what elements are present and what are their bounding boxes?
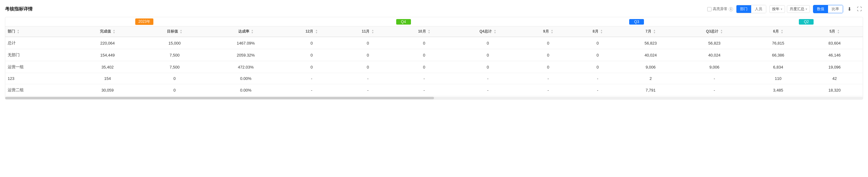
cell-m8-2: 0 <box>573 61 622 73</box>
col-m8[interactable]: 8月 ▲▼ <box>573 26 622 37</box>
cell-m10-0: 0 <box>396 37 452 49</box>
cell-complete-3: 154 <box>74 73 141 84</box>
cell-m10-3: - <box>396 73 452 84</box>
cell-target-1: 7,500 <box>141 49 208 61</box>
cell-m5-3: 42 <box>806 73 863 84</box>
cell-m9-1: 0 <box>523 49 573 61</box>
cell-rate-2: 472.03% <box>208 61 283 73</box>
cell-q4total-4: - <box>453 84 523 96</box>
sort-dept-icon: ▲▼ <box>17 29 19 34</box>
cell-dept-4: 运营二组 <box>5 84 74 96</box>
cell-m9-3: - <box>523 73 573 84</box>
highlight-checkbox-box[interactable] <box>707 7 712 11</box>
cell-dept-1: 无部门 <box>5 49 74 61</box>
cell-m5-2: 19,096 <box>806 61 863 73</box>
summary-select-label: 月度汇总 <box>789 6 804 12</box>
main-container: 考核指标详情 高亮异常 ℹ 部门 人员 按年 ▾ 月度汇总 ▾ <box>0 0 868 105</box>
col-m12[interactable]: 12月 ▲▼ <box>283 26 340 37</box>
header: 考核指标详情 高亮异常 ℹ 部门 人员 按年 ▾ 月度汇总 ▾ <box>5 5 863 13</box>
q2-header: Q2 <box>750 17 863 26</box>
cell-m8-4: - <box>573 84 622 96</box>
scrollbar-thumb[interactable] <box>5 97 434 99</box>
year-select[interactable]: 按年 ▾ <box>769 5 785 13</box>
col-m6[interactable]: 6月 ▲▼ <box>750 26 807 37</box>
highlight-label: 高亮异常 <box>713 6 727 12</box>
cell-m9-2: 0 <box>523 61 573 73</box>
dept-person-toggle: 部门 人员 <box>736 5 766 13</box>
col-complete[interactable]: 完成值 ▲▼ <box>74 26 141 37</box>
cell-m6-2: 6,834 <box>750 61 807 73</box>
sort-q3total-icon: ▲▼ <box>720 29 723 34</box>
sort-complete-icon: ▲▼ <box>113 29 115 34</box>
year-chevron-icon: ▾ <box>781 7 782 11</box>
cell-m12-2: 0 <box>283 61 340 73</box>
cell-m12-1: 0 <box>283 49 340 61</box>
cell-m10-2: 0 <box>396 61 452 73</box>
person-toggle-btn[interactable]: 人员 <box>751 5 766 13</box>
sort-m6-icon: ▲▼ <box>781 29 783 34</box>
table-row: 总计220,06415,0001467.09%00000056,82356,82… <box>5 37 863 49</box>
cell-m8-1: 0 <box>573 49 622 61</box>
q2-label: Q2 <box>799 19 814 25</box>
col-m5[interactable]: 5月 ▲▼ <box>806 26 863 37</box>
cell-m12-0: 0 <box>283 37 340 49</box>
cell-m11-1: 0 <box>340 49 396 61</box>
sort-m9-icon: ▲▼ <box>551 29 553 34</box>
table-row: 运营一组35,4027,500472.03%0000009,0069,0066,… <box>5 61 863 73</box>
sort-q4total-icon: ▲▼ <box>494 29 496 34</box>
value-btn[interactable]: 数值 <box>813 5 828 13</box>
col-q3total[interactable]: Q3总计 ▲▼ <box>679 26 750 37</box>
col-m10[interactable]: 10月 ▲▼ <box>396 26 452 37</box>
cell-complete-2: 35,402 <box>74 61 141 73</box>
q3-header: Q3 <box>523 17 750 26</box>
col-m7[interactable]: 7月 ▲▼ <box>622 26 679 37</box>
cell-m8-3: - <box>573 73 622 84</box>
cell-q3total-3: - <box>679 73 750 84</box>
year-header-row: 2023年 Q4 Q3 Q2 <box>5 17 863 26</box>
table-row: 运营二组30,05900.00%------7,791-3,48518,320 <box>5 84 863 96</box>
cell-dept-0: 总计 <box>5 37 74 49</box>
cell-m11-2: 0 <box>340 61 396 73</box>
dept-toggle-btn[interactable]: 部门 <box>737 5 751 13</box>
table-row: 无部门154,4497,5002059.32%00000040,02440,02… <box>5 49 863 61</box>
table-wrap: 2023年 Q4 Q3 Q2 部门 ▲▼ <box>5 17 863 99</box>
q4-header: Q4 <box>283 17 523 26</box>
cell-m6-4: 3,485 <box>750 84 807 96</box>
info-icon[interactable]: ℹ <box>729 7 733 11</box>
cell-q3total-0: 56,823 <box>679 37 750 49</box>
cell-rate-3: 0.00% <box>208 73 283 84</box>
download-icon[interactable]: ⬇ <box>846 5 852 12</box>
year-select-group: 按年 ▾ 月度汇总 ▾ <box>769 5 810 13</box>
sort-m11-icon: ▲▼ <box>372 29 374 34</box>
q4-label: Q4 <box>396 19 411 25</box>
expand-icon[interactable]: ⛶ <box>856 6 863 12</box>
col-m11[interactable]: 11月 ▲▼ <box>340 26 396 37</box>
col-m9[interactable]: 9月 ▲▼ <box>523 26 573 37</box>
sort-target-icon: ▲▼ <box>180 29 182 34</box>
sort-m7-icon: ▲▼ <box>653 29 656 34</box>
cell-q4total-1: 0 <box>453 49 523 61</box>
value-rate-toggle: 数值 比率 <box>813 5 843 13</box>
col-header-row: 部门 ▲▼ 完成值 ▲▼ 目标值 ▲▼ 达成率 ▲▼ <box>5 26 863 37</box>
highlight-toggle[interactable]: 高亮异常 ℹ <box>707 6 733 12</box>
col-target[interactable]: 目标值 ▲▼ <box>141 26 208 37</box>
cell-m6-3: 110 <box>750 73 807 84</box>
q3-label: Q3 <box>629 19 644 25</box>
cell-m7-1: 40,024 <box>622 49 679 61</box>
col-rate[interactable]: 达成率 ▲▼ <box>208 26 283 37</box>
cell-rate-0: 1467.09% <box>208 37 283 49</box>
horizontal-scrollbar[interactable] <box>5 97 863 99</box>
col-q4total[interactable]: Q4总计 ▲▼ <box>453 26 523 37</box>
cell-q3total-1: 40,024 <box>679 49 750 61</box>
sort-m12-icon: ▲▼ <box>315 29 318 34</box>
cell-complete-4: 30,059 <box>74 84 141 96</box>
summary-select[interactable]: 月度汇总 ▾ <box>787 5 810 13</box>
rate-btn[interactable]: 比率 <box>828 5 843 13</box>
cell-m11-3: - <box>340 73 396 84</box>
cell-q4total-2: 0 <box>453 61 523 73</box>
cell-q3total-2: 9,006 <box>679 61 750 73</box>
col-dept[interactable]: 部门 ▲▼ <box>5 26 74 37</box>
cell-m5-4: 18,320 <box>806 84 863 96</box>
cell-m12-3: - <box>283 73 340 84</box>
cell-target-4: 0 <box>141 84 208 96</box>
